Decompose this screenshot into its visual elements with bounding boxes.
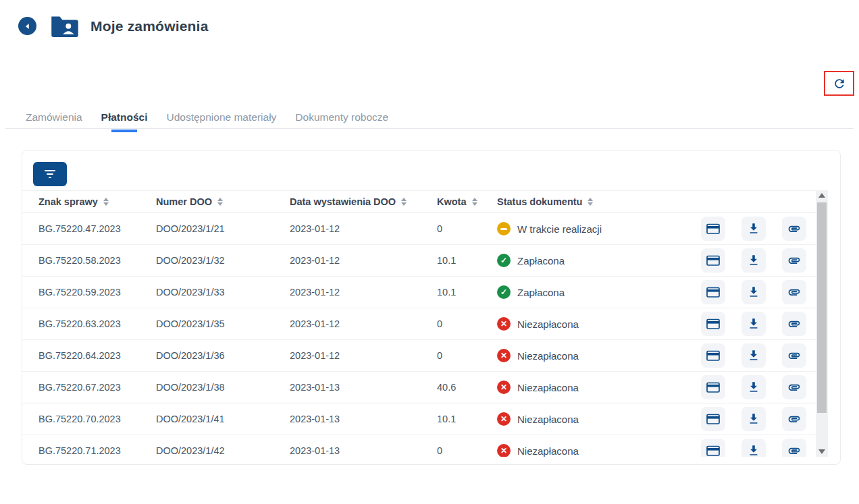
table-row: BG.75220.70.2023 DOO/2023/1/41 2023-01-1… [22,403,816,435]
x-circle-icon: ✕ [497,349,511,362]
cell-status: W trakcie realizacji [497,222,686,235]
column-header-data-wystawienia[interactable]: Data wystawienia DOO [290,196,437,207]
cell-znak-sprawy: BG.75220.67.2023 [38,382,156,393]
minus-circle-icon [497,222,511,235]
attachment-button[interactable] [782,312,806,336]
attachment-button[interactable] [782,407,806,431]
scroll-up-icon[interactable] [818,193,825,198]
back-button[interactable] [18,17,36,35]
download-icon [748,318,760,330]
paperclip-icon [787,285,801,299]
download-icon [748,349,760,362]
cell-data-wystawienia: 2023-01-12 [290,223,437,234]
scrollbar-thumb[interactable] [817,202,827,413]
pay-button[interactable] [701,280,725,304]
download-button[interactable] [741,248,766,273]
pay-button[interactable] [701,407,725,431]
cell-status: ✓ Zapłacona [497,285,686,299]
table-header: Znak sprawy Numer DOO Data wystawienia D… [22,190,816,213]
status-label: Niezapłacona [517,414,579,425]
cell-znak-sprawy: BG.75220.58.2023 [38,255,156,266]
download-button[interactable] [741,343,766,368]
table-row: BG.75220.67.2023 DOO/2023/1/38 2023-01-1… [22,372,816,403]
refresh-button[interactable] [825,72,853,94]
cell-znak-sprawy: BG.75220.47.2023 [38,223,156,234]
row-actions [686,375,816,399]
attachment-button[interactable] [782,248,806,273]
row-actions [686,343,816,368]
cell-znak-sprawy: BG.75220.59.2023 [38,287,156,298]
cell-numer-doo: DOO/2023/1/32 [156,255,290,266]
row-actions [686,280,816,304]
sort-arrows-icon [217,198,223,206]
status-label: Niezapłacona [517,382,579,393]
attachment-button[interactable] [782,217,806,241]
page-title: Moje zamówienia [90,18,209,34]
column-header-numer-doo[interactable]: Numer DOO [156,196,290,207]
download-button[interactable] [741,280,766,304]
credit-card-icon [706,287,720,298]
download-button[interactable] [741,407,766,431]
table-row: BG.75220.64.2023 DOO/2023/1/36 2023-01-1… [22,340,816,372]
download-icon [748,254,760,267]
column-header-kwota[interactable]: Kwota [437,196,497,207]
filter-button[interactable] [33,162,67,186]
status-label: Zapłacona [517,287,565,298]
check-circle-icon: ✓ [497,285,511,299]
cell-znak-sprawy: BG.75220.71.2023 [38,445,156,456]
pay-button[interactable] [701,343,725,368]
cell-status: ✕ Niezapłacona [497,444,686,457]
attachment-button[interactable] [782,280,806,304]
tab-bar: Zamówienia Płatności Udostępnione materi… [0,107,859,129]
column-header-znak-sprawy[interactable]: Znak sprawy [38,196,156,207]
column-header-status[interactable]: Status dokumentu [497,196,686,207]
download-button[interactable] [741,312,766,336]
status-label: W trakcie realizacji [517,223,602,235]
credit-card-icon [706,382,720,393]
pay-button[interactable] [701,312,725,336]
download-button[interactable] [741,439,766,457]
tab-platnosci[interactable]: Płatności [101,111,148,125]
x-circle-icon: ✕ [497,444,511,457]
refresh-icon [833,77,846,90]
chevron-left-icon [23,22,32,31]
row-actions [686,217,816,241]
pay-button[interactable] [701,439,725,457]
credit-card-icon [706,255,720,267]
paperclip-icon [787,317,801,331]
table-scrollbar[interactable] [816,190,828,457]
cell-kwota: 10.1 [437,287,497,298]
tab-udostepnione-materialy[interactable]: Udostępnione materiały [166,111,276,125]
cell-kwota: 10.1 [437,255,497,266]
cell-data-wystawienia: 2023-01-13 [290,382,437,393]
cell-data-wystawienia: 2023-01-12 [290,287,437,298]
pay-button[interactable] [701,248,725,273]
tab-zamowienia[interactable]: Zamówienia [26,111,82,125]
tab-dokumenty-robocze[interactable]: Dokumenty robocze [295,111,388,125]
attachment-button[interactable] [782,343,806,368]
x-circle-icon: ✕ [497,412,511,426]
table-row: BG.75220.59.2023 DOO/2023/1/33 2023-01-1… [22,277,816,308]
page: Moje zamówienia Zamówienia Płatności Udo… [0,0,859,504]
scroll-down-icon[interactable] [818,449,825,454]
pay-button[interactable] [701,375,725,399]
cell-data-wystawienia: 2023-01-13 [290,414,437,424]
attachment-button[interactable] [782,375,806,399]
x-circle-icon: ✕ [497,317,511,331]
status-label: Zapłacona [517,255,565,267]
cell-znak-sprawy: BG.75220.64.2023 [38,350,156,361]
attachment-button[interactable] [782,439,806,457]
cell-znak-sprawy: BG.75220.63.2023 [38,318,156,329]
credit-card-icon [706,318,720,330]
pay-button[interactable] [701,217,725,241]
cell-data-wystawienia: 2023-01-12 [290,350,437,361]
download-button[interactable] [741,217,766,241]
cell-kwota: 0 [437,318,497,329]
table-body: BG.75220.47.2023 DOO/2023/1/21 2023-01-1… [22,213,816,457]
credit-card-icon [706,350,720,362]
cell-numer-doo: DOO/2023/1/35 [156,318,290,329]
row-actions [686,312,816,336]
download-button[interactable] [741,375,766,399]
annotation-highlight [824,71,854,96]
download-icon [748,223,760,235]
